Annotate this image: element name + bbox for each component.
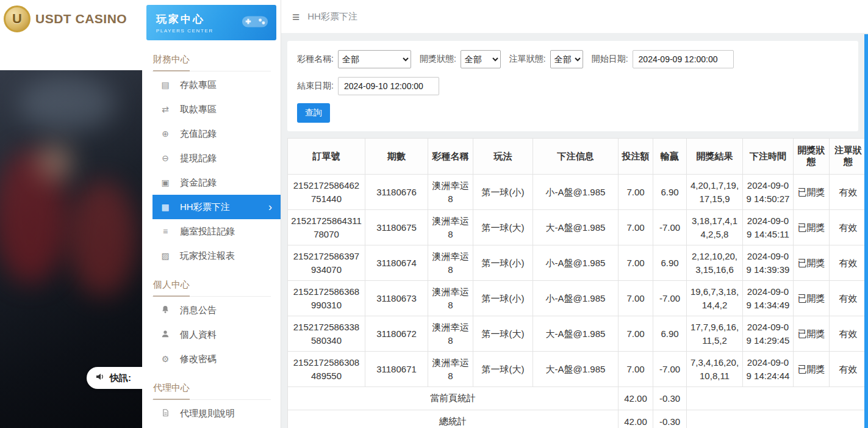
start-date-input[interactable] <box>633 50 734 68</box>
sidebar-item-label: 個人資料 <box>180 329 217 341</box>
draw-status-cell: 已開獎 <box>794 210 830 245</box>
table-header-row: 訂單號 期數 彩種名稱 玩法 下注信息 投注額 輸贏 開獎結果 下注時間 開獎狀… <box>288 139 867 175</box>
order-cell: 2152172586368990310 <box>288 281 365 316</box>
amount-cell: 7.00 <box>619 175 653 210</box>
time-cell: 2024-09-09 14:39:39 <box>743 245 794 281</box>
vertical-scrollbar[interactable] <box>864 34 868 428</box>
lottery-name-select[interactable]: 全部 <box>338 50 411 68</box>
room-bet-record-icon: ≡ <box>160 227 171 236</box>
draw-status-select[interactable]: 全部 <box>461 50 501 68</box>
sidebar-item-announcements[interactable]: 消息公告 <box>142 298 281 322</box>
table-row: 2152172586308489550 31180671 澳洲幸运8 第一球(大… <box>288 352 867 387</box>
sidebar-item-recharge-records[interactable]: ⊕ 充值記錄 <box>142 122 281 146</box>
brand-name: USDT CASINO <box>35 12 127 26</box>
app-root: U USDT CASINO 快訊: 玩家中心 PLAYERS CENTER <box>0 0 868 428</box>
bet-status-select[interactable]: 全部 <box>550 50 583 68</box>
sidebar-item-withdrawal-records[interactable]: ⊖ 提現記錄 <box>142 146 281 170</box>
hero-image: 快訊: <box>0 70 142 428</box>
sidebar-item-deposit[interactable]: ▤ 存款專區 <box>142 73 281 97</box>
sidebar-subtitle: PLAYERS CENTER <box>156 28 213 34</box>
bet-status-cell: 有效 <box>830 281 867 316</box>
sidebar-item-label: 資金記錄 <box>180 177 217 189</box>
hero-image-player-right <box>69 180 136 296</box>
table-row: 2152172586368990310 31180673 澳洲幸运8 第一球(小… <box>288 281 867 316</box>
deposit-icon: ▤ <box>160 81 171 89</box>
header-bet-time: 下注時間 <box>743 139 794 175</box>
sidebar-item-change-password[interactable]: ⚙ 修改密碼 <box>142 347 281 371</box>
gamepad-icon <box>241 13 269 32</box>
sidebar-item-profile[interactable]: 個人資料 <box>142 322 281 347</box>
bet-info-cell: 小-A盤@1.985 <box>533 245 619 281</box>
header-bet-status: 注單狀態 <box>830 139 867 175</box>
win-cell: -7.00 <box>653 352 687 387</box>
sidebar-item-room-bet-records[interactable]: ≡ 廳室投註記錄 <box>142 219 281 244</box>
result-cell: 17,7,9,6,16,11,5,2 <box>687 316 743 352</box>
bet-info-cell: 小-A盤@1.985 <box>533 175 619 210</box>
sidebar-item-label: 取款專區 <box>180 104 217 115</box>
brand-logo[interactable]: U USDT CASINO <box>0 0 142 70</box>
sidebar-item-withdraw[interactable]: ⇄ 取款專區 <box>142 97 281 122</box>
total-summary-spacer <box>687 410 867 428</box>
hamburger-menu-icon[interactable]: ≡ <box>292 10 299 23</box>
header-win-loss: 輸贏 <box>653 139 687 175</box>
main-area: ≡ HH彩票下注 彩種名稱: 全部 開獎狀態: 全部 <box>281 0 868 428</box>
draw-status-label: 開獎狀態: <box>420 54 456 65</box>
header-bet-amount: 投注額 <box>619 139 653 175</box>
result-cell: 19,6,7,3,18,14,4,2 <box>687 281 743 316</box>
section-finance-center: 財務中心 <box>152 48 271 71</box>
sidebar-item-hh-lottery-bets[interactable]: ▦ HH彩票下注 › <box>152 195 281 219</box>
section-personal-center: 個人中心 <box>152 273 271 297</box>
withdrawal-record-icon: ⊖ <box>160 154 171 162</box>
main-content: 彩種名稱: 全部 開獎狀態: 全部 注單狀態: 全 <box>281 33 868 428</box>
result-cell: 4,20,1,7,19,17,15,9 <box>687 175 743 210</box>
bet-status-label: 注單狀態: <box>509 54 546 65</box>
sidebar-item-label: HH彩票下注 <box>180 201 230 213</box>
page-summary-label: 當前頁統計 <box>288 387 619 410</box>
lottery-name-label: 彩種名稱: <box>297 54 334 65</box>
end-date-input[interactable] <box>338 77 439 95</box>
topbar: ≡ HH彩票下注 <box>281 0 868 33</box>
amount-cell: 7.00 <box>619 245 653 281</box>
time-cell: 2024-09-09 14:29:45 <box>743 316 794 352</box>
report-icon: ▨ <box>160 252 171 260</box>
lottery-cell: 澳洲幸运8 <box>428 245 473 281</box>
chevron-right-icon: › <box>268 201 272 212</box>
lottery-cell: 澳洲幸运8 <box>428 316 473 352</box>
table-row: 2152172586462751440 31180676 澳洲幸运8 第一球(小… <box>288 175 867 210</box>
time-cell: 2024-09-09 14:24:44 <box>743 352 794 387</box>
order-cell: 2152172586397934070 <box>288 245 365 281</box>
end-date-label: 結束日期: <box>297 81 334 92</box>
order-cell: 2152172586338580340 <box>288 316 365 352</box>
play-cell: 第一球(大) <box>473 352 533 387</box>
sidebar-item-label: 提現記錄 <box>180 153 217 164</box>
bet-status-cell: 有效 <box>830 316 867 352</box>
sidebar-item-funds-records[interactable]: ▣ 資金記錄 <box>142 170 281 195</box>
filter-panel: 彩種名稱: 全部 開獎狀態: 全部 注單狀態: 全 <box>287 41 858 131</box>
win-cell: -7.00 <box>653 210 687 245</box>
bet-status-cell: 有效 <box>830 245 867 281</box>
win-cell: 6.90 <box>653 175 687 210</box>
header-draw-status: 開獎狀態 <box>794 139 830 175</box>
amount-cell: 7.00 <box>619 352 653 387</box>
sidebar-item-player-bet-report[interactable]: ▨ 玩家投注報表 <box>142 244 281 268</box>
bell-icon <box>160 305 171 315</box>
period-cell: 31180675 <box>365 210 428 245</box>
sidebar-item-agent-rules[interactable]: 代理規則說明 <box>142 401 281 426</box>
header-lottery-name: 彩種名稱 <box>428 139 473 175</box>
page-summary-win: -0.30 <box>653 387 687 410</box>
sidebar-item-label: 廳室投註記錄 <box>180 226 235 238</box>
time-cell: 2024-09-09 14:50:27 <box>743 175 794 210</box>
brand-logo-icon: U <box>4 5 30 32</box>
sidebar-nav: 財務中心 ▤ 存款專區 ⇄ 取款專區 ⊕ 充值記錄 ⊖ 提現記錄 ▣ 資金記錄 <box>142 43 281 428</box>
query-button[interactable]: 查詢 <box>297 103 330 123</box>
period-cell: 31180672 <box>365 316 428 352</box>
win-cell: 6.90 <box>653 316 687 352</box>
lottery-cell: 澳洲幸运8 <box>428 210 473 245</box>
lottery-bet-icon: ▦ <box>160 203 171 211</box>
news-ticker[interactable]: 快訊: <box>87 367 142 389</box>
start-date-label: 開始日期: <box>592 54 628 65</box>
sidebar-item-label: 消息公告 <box>180 305 217 316</box>
speaker-icon <box>95 372 105 384</box>
recharge-record-icon: ⊕ <box>160 129 171 138</box>
section-agent-center: 代理中心 <box>152 376 271 400</box>
